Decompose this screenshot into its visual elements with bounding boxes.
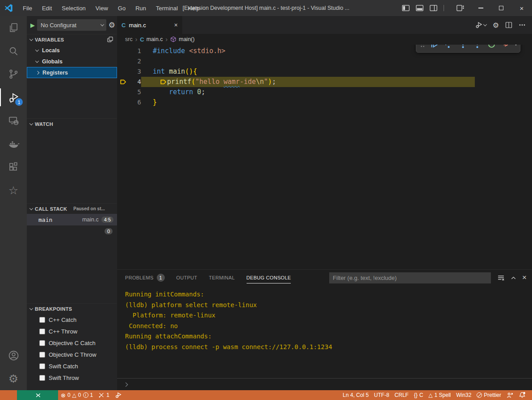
language-mode[interactable]: {} C (411, 390, 426, 400)
panel-tab-debug-console[interactable]: DEBUG CONSOLE (247, 270, 291, 286)
activity-docker[interactable] (0, 132, 27, 155)
activity-remote-explorer[interactable] (0, 109, 27, 132)
start-debug-icon[interactable]: ▶ (30, 22, 35, 29)
breakpoint-checkbox[interactable] (39, 329, 45, 334)
minimize-button[interactable] (470, 0, 491, 16)
breadcrumb-folder[interactable]: src (125, 36, 133, 42)
remote-indicator[interactable] (17, 390, 58, 400)
activity-source-control[interactable] (0, 62, 27, 86)
debug-paused-icon[interactable] (117, 77, 129, 87)
maximize-button[interactable] (491, 0, 511, 16)
gutter-glyph-margin[interactable] (117, 87, 129, 97)
variables-item-locals[interactable]: Locals (27, 45, 117, 56)
breakpoint-item[interactable]: C++ Catch (27, 314, 117, 325)
split-editor-icon[interactable] (505, 21, 512, 29)
code-line[interactable]: 4 printf("hello wamr-ide\n"); (117, 77, 532, 87)
maximize-panel-icon[interactable] (510, 275, 517, 281)
breakpoint-checkbox[interactable] (39, 375, 45, 381)
code-line[interactable]: 6} (117, 97, 532, 108)
breakpoint-item[interactable]: Objective C Catch (27, 337, 117, 349)
debug-config-dropdown[interactable]: No Configurat (37, 19, 106, 31)
panel-tab-terminal[interactable]: TERMINAL (209, 270, 235, 286)
code-line[interactable]: 3int main(){ (117, 67, 532, 77)
disconnect-button[interactable] (499, 45, 512, 51)
tools-status[interactable]: 1 (96, 390, 112, 400)
line-number[interactable]: 4 (129, 77, 141, 87)
breakpoint-checkbox[interactable] (39, 352, 45, 358)
more-actions-icon[interactable] (519, 21, 526, 29)
close-button[interactable]: × (511, 0, 532, 16)
toggle-secondary-sidebar-icon[interactable] (430, 5, 437, 11)
breadcrumb-file[interactable]: main.c (147, 36, 163, 42)
code-line[interactable]: 2 (117, 56, 532, 67)
activity-run-debug[interactable]: 1 (0, 86, 27, 109)
editor-gear-icon[interactable]: ⚙ (493, 21, 499, 29)
step-into-button[interactable] (457, 45, 469, 51)
problems-status[interactable]: ⊗ 0 △ 0 1 (58, 390, 96, 400)
menu-view[interactable]: View (91, 0, 113, 16)
stack-frame-row[interactable]: main main.c 4:5 (27, 214, 117, 225)
notifications-item[interactable] (516, 390, 528, 400)
customize-layout-icon[interactable] (457, 5, 464, 11)
breakpoint-item[interactable]: Swift Catch (27, 360, 117, 372)
line-number[interactable]: 6 (129, 97, 141, 108)
variables-item-registers[interactable]: Registers (27, 67, 117, 78)
activity-search[interactable] (0, 39, 27, 62)
encoding-selector[interactable]: UTF-8 (371, 390, 392, 400)
line-number[interactable]: 2 (129, 56, 141, 67)
panel-tab-problems[interactable]: PROBLEMS1 (125, 270, 165, 286)
console-filter-input[interactable] (329, 272, 491, 283)
menu-file[interactable]: File (18, 0, 37, 16)
toggle-panel-icon[interactable] (416, 5, 423, 11)
breakpoints-section-header[interactable]: BREAKPOINTS (27, 303, 117, 314)
code-text[interactable] (141, 56, 532, 67)
code-text[interactable]: printf("hello wamr-ide\n"); (141, 77, 532, 87)
gutter-glyph-margin[interactable] (117, 56, 129, 67)
panel-tab-output[interactable]: OUTPUT (176, 270, 197, 286)
line-number[interactable]: 1 (129, 46, 141, 56)
eol-selector[interactable]: CRLF (392, 390, 411, 400)
menu-go[interactable]: Go (113, 0, 130, 16)
debug-status[interactable] (112, 390, 125, 400)
watch-section-header[interactable]: WATCH (27, 118, 117, 129)
cursor-position[interactable]: Ln 4, Col 5 (340, 390, 371, 400)
call-stack-section-header[interactable]: CALL STACK Paused on st... (27, 203, 117, 214)
spell-checker-status[interactable]: △ 1 Spell (426, 390, 453, 400)
activity-settings[interactable]: ⚙ (0, 367, 27, 390)
breakpoint-item[interactable]: Objective C Throw (27, 349, 117, 360)
gutter-glyph-margin[interactable] (117, 97, 129, 108)
debug-console-input[interactable] (117, 378, 532, 390)
restart-button[interactable] (485, 45, 498, 51)
formatter-status[interactable]: Prettier (474, 390, 504, 400)
activity-favorites[interactable]: ☆ (0, 179, 27, 202)
gutter-glyph-margin[interactable] (117, 67, 129, 77)
line-number[interactable]: 5 (129, 87, 141, 97)
drag-grip-icon[interactable] (419, 45, 426, 48)
menu-selection[interactable]: Selection (57, 0, 90, 16)
step-over-button[interactable] (442, 45, 455, 51)
copy-icon[interactable] (107, 36, 113, 43)
variables-item-globals[interactable]: Globals (27, 56, 117, 67)
code-text[interactable]: int main(){ (141, 67, 532, 77)
breakpoint-item[interactable]: C++ Throw (27, 325, 117, 337)
debug-settings-gear-icon[interactable]: ⚙ (109, 21, 115, 30)
breakpoint-checkbox[interactable] (39, 317, 45, 323)
gutter-glyph-margin[interactable] (117, 46, 129, 56)
feedback-item[interactable] (504, 390, 516, 400)
step-out-button[interactable] (471, 45, 483, 51)
breadcrumb-symbol[interactable]: main() (179, 36, 194, 42)
code-editor[interactable]: 1#include <stdio.h>23int main(){4 printf… (117, 45, 532, 269)
close-tab-icon[interactable]: × (174, 21, 178, 29)
toggle-sidebar-icon[interactable] (402, 5, 410, 11)
run-or-debug-button[interactable] (475, 21, 486, 29)
menu-edit[interactable]: Edit (37, 0, 57, 16)
breakpoint-item[interactable]: Swift Throw (27, 372, 117, 383)
breakpoint-checkbox[interactable] (39, 340, 45, 346)
code-text[interactable]: } (141, 97, 532, 108)
close-panel-icon[interactable]: × (522, 273, 527, 282)
variables-section-header[interactable]: VARIABLES (27, 34, 117, 45)
tab-main-c[interactable]: C main.c × (117, 16, 182, 34)
menu-terminal[interactable]: Terminal (151, 0, 183, 16)
code-line[interactable]: 5 return 0; (117, 87, 532, 97)
debug-session-chevron-icon[interactable] (514, 45, 518, 46)
